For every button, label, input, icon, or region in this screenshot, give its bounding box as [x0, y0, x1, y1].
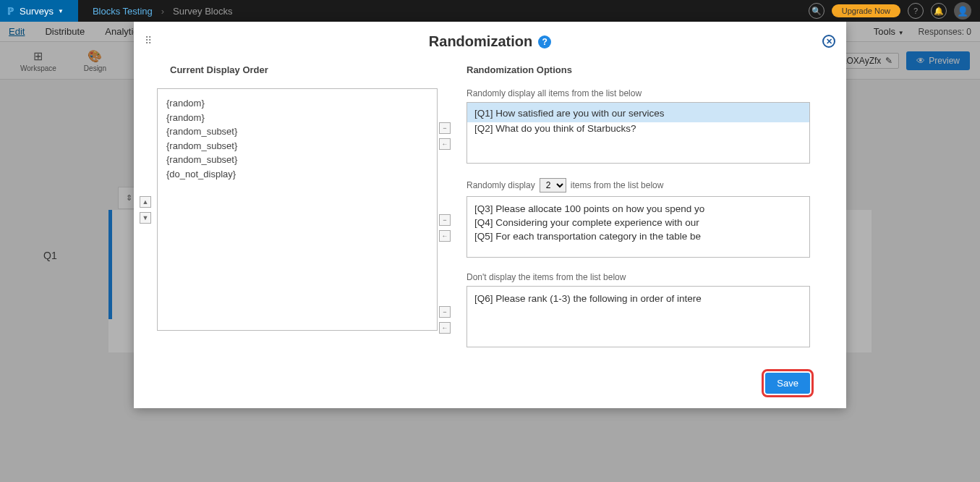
- list-item[interactable]: {random}: [166, 96, 428, 111]
- list-item[interactable]: [Q5] For each transportation category in…: [474, 230, 802, 244]
- randomization-modal: ⠿ Randomization ? ✕ Current Display Orde…: [134, 22, 846, 400]
- drag-handle-icon[interactable]: ⠿: [145, 35, 153, 46]
- upgrade-button[interactable]: Upgrade Now: [832, 4, 900, 17]
- list-item[interactable]: [Q6] Please rank (1-3) the following in …: [474, 292, 802, 306]
- help-icon[interactable]: ?: [538, 35, 551, 48]
- search-icon[interactable]: 🔍: [809, 3, 825, 19]
- chevron-down-icon: ▼: [58, 8, 64, 14]
- notifications-icon[interactable]: 🔔: [931, 3, 947, 19]
- display-order-list[interactable]: {random} {random} {random_subset} {rando…: [157, 88, 438, 331]
- list-item[interactable]: {random}: [166, 111, 428, 125]
- breadcrumb-project[interactable]: Blocks Testing: [93, 6, 153, 17]
- move-to-section2-button[interactable]: −: [439, 214, 451, 226]
- display-order-title: Current Display Order: [170, 64, 438, 75]
- list-item[interactable]: [Q2] What do you think of Starbucks?: [474, 122, 802, 136]
- subset-count-select[interactable]: 2: [540, 178, 566, 193]
- remove-from-section3-button[interactable]: ←: [439, 322, 451, 334]
- list-item[interactable]: {do_not_display}: [166, 167, 428, 182]
- move-up-button[interactable]: ▲: [140, 196, 151, 208]
- remove-from-section2-button[interactable]: ←: [439, 230, 451, 242]
- list-item[interactable]: [Q3] Please allocate 100 points on how y…: [474, 203, 802, 216]
- chevron-right-icon: ›: [161, 6, 164, 17]
- move-to-section1-button[interactable]: −: [439, 122, 451, 134]
- save-button[interactable]: Save: [765, 373, 810, 394]
- remove-from-section1-button[interactable]: ←: [439, 138, 451, 150]
- list-item[interactable]: [Q1] How satisfied are you with our serv…: [467, 103, 809, 122]
- move-down-button[interactable]: ▼: [140, 212, 151, 224]
- list-item[interactable]: {random_subset}: [166, 153, 428, 167]
- dont-display-list[interactable]: [Q6] Please rank (1-3) the following in …: [466, 286, 810, 347]
- list-item[interactable]: {random_subset}: [166, 139, 428, 153]
- random-subset-list[interactable]: [Q3] Please allocate 100 points on how y…: [466, 196, 810, 258]
- random-all-list[interactable]: [Q1] How satisfied are you with our serv…: [466, 102, 810, 164]
- move-to-section3-button[interactable]: −: [439, 306, 451, 318]
- breadcrumb: Blocks Testing › Survey Blocks: [93, 6, 233, 17]
- modal-title: Randomization ?: [429, 33, 551, 50]
- surveys-dropdown[interactable]: ℙ Surveys ▼: [0, 0, 78, 22]
- random-all-label: Randomly display all items from the list…: [466, 88, 810, 98]
- close-button[interactable]: ✕: [822, 35, 835, 48]
- top-header: ℙ Surveys ▼ Blocks Testing › Survey Bloc…: [0, 0, 980, 22]
- logo-icon: ℙ: [7, 6, 14, 17]
- subset-suffix: items from the list below: [571, 180, 664, 190]
- subset-prefix: Randomly display: [466, 180, 535, 190]
- help-icon[interactable]: ?: [908, 3, 924, 19]
- dont-display-label: Don't display the items from the list be…: [466, 272, 810, 282]
- avatar[interactable]: 👤: [954, 2, 971, 20]
- modal-header: ⠿ Randomization ? ✕: [170, 29, 810, 64]
- list-item[interactable]: {random_subset}: [166, 124, 428, 139]
- breadcrumb-current: Survey Blocks: [173, 6, 232, 17]
- randomization-options-title: Randomization Options: [466, 64, 810, 75]
- surveys-label: Surveys: [20, 6, 54, 17]
- list-item[interactable]: [Q4] Considering your complete experienc…: [474, 216, 802, 230]
